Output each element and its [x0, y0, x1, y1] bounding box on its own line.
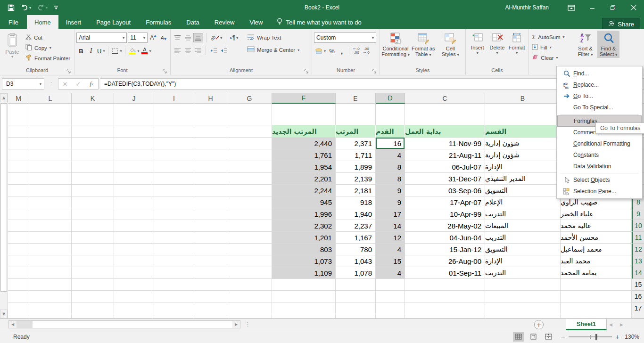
close-button[interactable]: [623, 0, 644, 15]
row-header-9[interactable]: 9: [632, 208, 644, 220]
cell-L17[interactable]: [29, 302, 72, 314]
cell-I17[interactable]: [154, 302, 194, 314]
cell-G13[interactable]: [227, 255, 272, 267]
cell-D12[interactable]: 4: [376, 244, 405, 255]
menu-item-go-to-special[interactable]: Go To Special...: [557, 102, 642, 113]
minimize-button[interactable]: [582, 0, 603, 15]
vertical-scroll-thumb[interactable]: [0, 103, 7, 292]
cell-E13[interactable]: 1,043: [336, 255, 376, 267]
scroll-down-icon[interactable]: ▼: [0, 310, 8, 318]
cell-K6[interactable]: [72, 173, 114, 185]
undo-button[interactable]: ▾: [21, 4, 31, 11]
menu-item-select-objects[interactable]: Select Objects: [557, 174, 642, 186]
cell-K7[interactable]: [72, 185, 114, 196]
cell-M15[interactable]: [8, 279, 29, 291]
cell-styles-button[interactable]: CellStyles ▾: [438, 31, 464, 58]
format-as-table-button[interactable]: Format asTable ▾: [410, 31, 437, 58]
cell-J4[interactable]: [114, 149, 154, 161]
cell-M5[interactable]: [8, 161, 29, 173]
cell-B2[interactable]: القسم: [485, 125, 561, 138]
vertical-scrollbar[interactable]: ▲ ▼: [0, 93, 8, 318]
cell-J14[interactable]: [114, 267, 154, 279]
cell-B16[interactable]: [485, 291, 561, 302]
cell-C12[interactable]: 15-Jan-12: [405, 244, 485, 255]
cell-G11[interactable]: [227, 232, 272, 244]
cell-G16[interactable]: [227, 291, 272, 302]
column-header-D[interactable]: D: [376, 93, 405, 104]
row-header-16[interactable]: 16: [632, 291, 644, 302]
conditional-formatting-button[interactable]: ≠ ConditionalFormatting ▾: [382, 31, 409, 58]
cell-J5[interactable]: [114, 161, 154, 173]
tab-insert[interactable]: Insert: [58, 15, 89, 29]
cell-M9[interactable]: [8, 208, 29, 220]
format-cells-button[interactable]: Format ▾: [507, 31, 527, 55]
cell-L12[interactable]: [29, 244, 72, 255]
row-header-13[interactable]: 13: [632, 255, 644, 267]
page-layout-view-button[interactable]: [528, 332, 539, 342]
cell-I16[interactable]: [154, 291, 194, 302]
cell-L10[interactable]: [29, 220, 72, 232]
cell-L11[interactable]: [29, 232, 72, 244]
font-color-button[interactable]: A ▾: [140, 46, 152, 56]
cell-L9[interactable]: [29, 208, 72, 220]
confirm-entry-icon[interactable]: ✓: [72, 79, 85, 89]
cell-G18-partial[interactable]: [227, 314, 272, 318]
cell-F15[interactable]: [272, 279, 336, 291]
tab-formulas[interactable]: Formulas: [138, 15, 179, 29]
tab-review[interactable]: Review: [207, 15, 242, 29]
decrease-font-size-button[interactable]: A▼: [159, 33, 168, 42]
column-header-M[interactable]: M: [8, 93, 29, 104]
cell-F1[interactable]: [272, 104, 336, 125]
cell-J2[interactable]: [114, 125, 154, 138]
cell-I9[interactable]: [154, 208, 194, 220]
sheet-tab-sheet1[interactable]: Sheet1: [566, 319, 607, 330]
cell-H10[interactable]: [194, 220, 227, 232]
cell-D3[interactable]: 16: [376, 138, 405, 149]
cell-B10[interactable]: المبيعات: [485, 220, 561, 232]
column-header-E[interactable]: E: [336, 93, 376, 104]
cell-F13[interactable]: 1,073: [272, 255, 336, 267]
cell-L3[interactable]: [29, 138, 72, 149]
cell-I13[interactable]: [154, 255, 194, 267]
column-header-J[interactable]: J: [114, 93, 154, 104]
cell-G15[interactable]: [227, 279, 272, 291]
cell-H15[interactable]: [194, 279, 227, 291]
cell-F18-partial[interactable]: [272, 314, 336, 318]
cell-H11[interactable]: [194, 232, 227, 244]
cell-C10[interactable]: 28-May-02: [405, 220, 485, 232]
cell-M7[interactable]: [8, 185, 29, 196]
cell-L18-partial[interactable]: [29, 314, 72, 318]
bold-button[interactable]: B: [76, 46, 86, 56]
zoom-slider-thumb[interactable]: [595, 334, 597, 340]
cell-K17[interactable]: [72, 302, 114, 314]
decrease-indent-button[interactable]: [219, 46, 229, 55]
cell-K3[interactable]: [72, 138, 114, 149]
normal-view-button[interactable]: [513, 332, 524, 342]
cell-H7[interactable]: [194, 185, 227, 196]
cell-B14[interactable]: التدريب: [485, 267, 561, 279]
menu-item-data-validation[interactable]: Data Validation: [557, 161, 642, 172]
menu-item-go-to[interactable]: Go To...: [557, 90, 642, 102]
cell-F11[interactable]: 1,201: [272, 232, 336, 244]
cell-K1[interactable]: [72, 104, 114, 125]
cell-A18-partial[interactable]: [561, 314, 632, 318]
number-dialog-launcher-icon[interactable]: [372, 69, 377, 74]
menu-item-conditional-formatting[interactable]: Conditional Formatting: [557, 138, 642, 149]
cell-J7[interactable]: [114, 185, 154, 196]
cell-F12[interactable]: 803: [272, 244, 336, 255]
cell-B18-partial[interactable]: [485, 314, 561, 318]
cell-B1[interactable]: [485, 104, 561, 125]
cell-D2[interactable]: القدم: [376, 125, 405, 138]
cell-H4[interactable]: [194, 149, 227, 161]
tab-page-layout[interactable]: Page Layout: [89, 15, 138, 29]
scroll-up-icon[interactable]: ▲: [0, 93, 8, 102]
cell-D16[interactable]: [376, 291, 405, 302]
scroll-left-icon[interactable]: ◀: [9, 321, 17, 328]
align-right-button[interactable]: [193, 46, 203, 55]
cell-G3[interactable]: [227, 138, 272, 149]
cell-B11[interactable]: التدريب: [485, 232, 561, 244]
horizontal-scrollbar[interactable]: ◀ ▶: [8, 320, 240, 328]
column-header-L[interactable]: L: [29, 93, 72, 104]
cell-J13[interactable]: [114, 255, 154, 267]
cell-M6[interactable]: [8, 173, 29, 185]
